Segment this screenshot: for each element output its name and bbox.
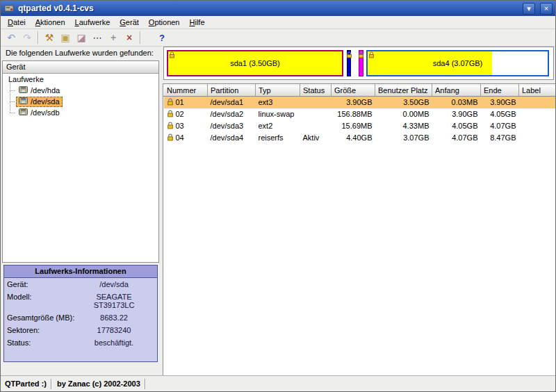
cell-typ: linux-swap [256,108,300,120]
undo-icon[interactable]: ↶ [3,30,19,45]
col-benutzer-platz[interactable]: Benutzer Platz [375,85,432,97]
cell-label [519,132,556,144]
menu-optionen[interactable]: Optionen [145,17,184,27]
lock-icon [368,51,375,60]
table-row-sda2[interactable]: 02 /dev/sda2 linux-swap 156.88MB 0.00MB … [164,108,556,120]
drive-info-panel: Laufwerks-Informationen Gerät: /dev/sda … [3,265,158,362]
tree-line [10,113,15,113]
cell-label [519,108,556,120]
cell-nummer: 02 [176,110,184,118]
tree-item-dev-sdb[interactable]: /dev/sdb [3,107,158,118]
cell-partition: /dev/sda3 [208,120,256,132]
col-nummer[interactable]: Nummer [164,85,208,97]
info-row-modell: Modell: SEAGATE ST39173LC [7,293,154,309]
tree-children: /dev/hda /dev/sda [3,85,158,118]
col-groesse[interactable]: Größe [332,85,375,97]
drive-info-title: Laufwerks-Informationen [4,266,157,278]
menu-geraet[interactable]: Gerät [115,17,143,27]
lock-icon [169,51,175,60]
col-status[interactable]: Status [300,85,332,97]
disk-icon [19,97,28,106]
minimize-button[interactable]: ▾ [523,3,535,15]
statusbar: QTParted :) by Zanac (c) 2002-2003 [1,375,555,391]
lock-icon [346,51,352,60]
partition-map: sda1 (3.50GB) sda4 (3.07GB) [163,47,554,80]
tree-item-label: /dev/hda [31,86,60,95]
cell-label [519,97,556,108]
col-partition[interactable]: Partition [208,85,256,97]
table-row-sda1[interactable]: 01 /dev/sda1 ext3 3.90GB 3.50GB 0.03MB 3… [164,97,556,108]
col-ende[interactable]: Ende [481,85,519,97]
partition-lock-icon [167,110,174,119]
cell-ende: 4.05GB [481,108,519,120]
close-button[interactable]: × [540,3,553,15]
cell-nummer: 01 [176,98,184,106]
cell-status [300,97,332,108]
cell-status [300,108,332,120]
partition-lock-icon [167,98,174,107]
col-typ[interactable]: Typ [256,85,300,97]
statusbar-credit-text: by Zanac (c) 2002-2003 [55,379,145,388]
cell-benutzer-platz: 4.33MB [375,120,432,132]
device-tree-header[interactable]: Gerät [3,61,158,74]
device-tree: Gerät Laufwerke /dev/hda [2,60,159,263]
cell-nummer: 04 [176,133,184,142]
menu-datei[interactable]: Datei [3,17,30,27]
cell-status [300,120,332,132]
col-anfang[interactable]: Anfang [432,85,481,97]
info-value: /dev/sda [75,280,153,288]
disk-icon [19,108,28,117]
tree-item-label: /dev/sda [31,97,60,106]
tree-line [10,90,15,91]
resize-icon[interactable]: ⋯ [90,30,105,45]
menu-laufwerke[interactable]: Laufwerke [71,17,115,27]
info-label: Gesamtgröße (MB): [7,313,75,322]
table-header-row: Nummer Partition Typ Status Größe Benutz… [164,85,556,97]
table-row-sda4[interactable]: 04 /dev/sda4 reiserfs Aktiv 4.40GB 3.07G… [164,132,556,144]
cell-ende: 3.90GB [481,97,519,108]
menu-hilfe[interactable]: Hilfe [185,17,208,27]
info-row-gesamtgroesse: Gesamtgröße (MB): 8683.22 [7,313,154,322]
format-icon[interactable]: ◪ [74,30,89,45]
cell-label [519,120,556,132]
tree-root-laufwerke[interactable]: Laufwerke [3,74,158,85]
whats-this-icon[interactable]: ? [154,30,170,45]
partition-lock-icon [167,122,174,131]
menu-aktionen[interactable]: Aktionen [31,17,70,27]
titlebar: qtparted v0.4.1-cvs ▾ × [1,1,555,16]
qtparted-window: qtparted v0.4.1-cvs ▾ × Datei Aktionen L… [0,0,556,392]
cell-typ: reiserfs [256,132,300,144]
partition-segment-sda1[interactable]: sda1 (3.50GB) [167,50,343,76]
redo-icon[interactable]: ↷ [19,30,35,45]
cell-typ: ext2 [256,120,300,132]
toolbar-separator [38,31,39,44]
partition-segment-sda4[interactable]: sda4 (3.07GB) [366,50,549,76]
tree-item-dev-sda[interactable]: /dev/sda [3,96,158,107]
cell-groesse: 156.88MB [332,108,375,120]
create-icon[interactable]: ▣ [58,30,73,45]
cell-anfang: 3.90GB [432,108,481,120]
partition-lock-icon [167,133,174,142]
tree-item-label: /dev/sdb [31,108,60,117]
delete-icon[interactable]: × [122,30,137,45]
lock-icon [358,51,364,60]
property-icon[interactable]: ⚒ [42,30,57,45]
cell-benutzer-platz: 0.00MB [375,108,432,120]
partition-table: Nummer Partition Typ Status Größe Benutz… [163,83,556,376]
info-label: Modell: [7,293,75,301]
drive-info-body: Gerät: /dev/sda Modell: SEAGATE ST39173L… [4,278,157,349]
disk-icon [19,85,28,95]
cell-partition: /dev/sda2 [208,108,256,120]
cell-ende: 8.47GB [481,132,519,144]
statusbar-separator [51,379,51,389]
cell-typ: ext3 [256,97,300,108]
tree-root-label: Laufwerke [8,75,44,83]
table-row-sda3[interactable]: 03 /dev/sda3 ext2 15.69MB 4.33MB 4.05GB … [164,120,556,132]
tree-item-dev-hda[interactable]: /dev/hda [3,85,158,96]
cell-groesse: 15.69MB [332,120,375,132]
app-icon[interactable] [3,3,15,14]
statusbar-app-text: QTParted :) [3,379,51,388]
move-icon[interactable]: + [106,30,121,45]
col-label[interactable]: Label [519,85,556,97]
cell-anfang: 4.07GB [432,132,481,144]
